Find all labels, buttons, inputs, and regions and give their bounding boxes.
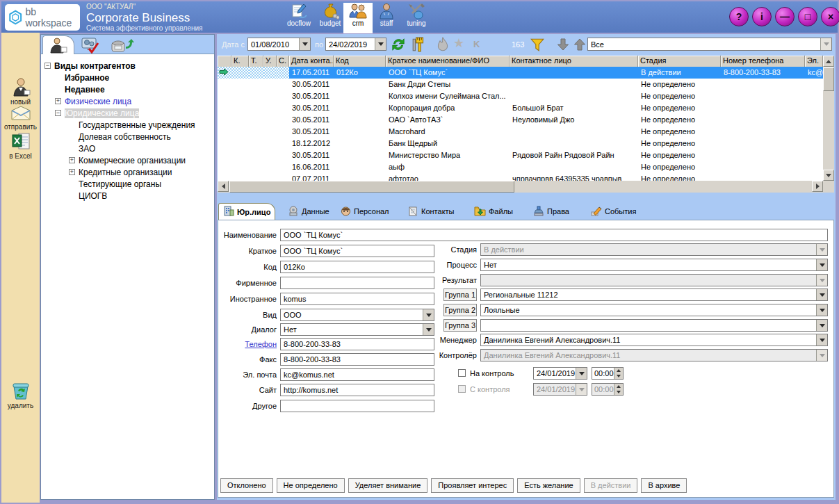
flame-icon[interactable] <box>436 37 450 52</box>
status-button[interactable]: Есть желание <box>517 478 580 493</box>
column-header[interactable]: У. <box>263 56 277 67</box>
table-cell[interactable] <box>218 161 231 173</box>
status-button[interactable]: В архиве <box>641 478 687 493</box>
tree-item[interactable]: ЗАО <box>41 143 214 154</box>
table-cell[interactable] <box>218 138 231 149</box>
table-cell[interactable] <box>249 114 263 126</box>
table-row[interactable]: 30.05.2011Колхоз имени Сулеймана Стал...… <box>218 90 823 102</box>
table-horizontal-scrollbar[interactable] <box>218 181 823 193</box>
table-cell[interactable] <box>231 161 249 173</box>
table-cell[interactable]: 30.05.2011 <box>289 79 334 90</box>
table-cell[interactable]: 012Ко <box>334 67 386 79</box>
column-header[interactable]: С. <box>277 56 289 67</box>
close-button[interactable]: × <box>821 7 839 26</box>
table-cell[interactable] <box>510 126 638 138</box>
table-cell[interactable]: Банк Щедрый <box>386 138 510 149</box>
table-cell[interactable]: Колхоз имени Сулеймана Стал... <box>386 90 510 102</box>
collapse-icon[interactable]: − <box>44 63 51 69</box>
status-button[interactable]: Не определено <box>277 478 345 493</box>
table-cell[interactable]: 30.05.2011 <box>289 90 334 102</box>
column-header[interactable]: Стадия <box>638 56 721 67</box>
info-button[interactable]: i <box>752 7 772 26</box>
module-tuning[interactable]: tuning <box>399 3 434 33</box>
table-cell[interactable] <box>721 173 805 181</box>
table-cell[interactable] <box>805 173 823 181</box>
column-header[interactable]: Номер телефона <box>721 56 805 67</box>
tab-права[interactable]: Права <box>529 203 573 220</box>
column-header[interactable]: Т. <box>249 56 263 67</box>
help-button[interactable]: ? <box>729 7 749 26</box>
module-budget[interactable]: budget <box>316 3 345 33</box>
dropdown-arrow[interactable] <box>576 368 587 379</box>
tree-item-label[interactable]: Кредитные организации <box>79 168 172 177</box>
maximize-button[interactable]: □ <box>798 7 817 26</box>
table-cell[interactable] <box>231 114 249 126</box>
table-cell[interactable] <box>334 173 386 181</box>
table-cell[interactable] <box>218 114 231 126</box>
dropdown-arrow[interactable] <box>816 259 827 270</box>
table-cell[interactable]: 18.12.2012 <box>289 138 334 149</box>
table-cell[interactable] <box>510 79 638 90</box>
table-cell[interactable]: 07.07.2011 <box>289 173 334 181</box>
module-docflow[interactable]: docflow <box>282 3 316 33</box>
table-cell[interactable] <box>231 102 249 114</box>
table-cell[interactable] <box>249 149 263 161</box>
table-cell[interactable] <box>231 138 249 149</box>
field-combo[interactable] <box>480 319 828 332</box>
move-down-icon[interactable] <box>556 38 570 51</box>
column-header[interactable]: Дата конта... <box>289 56 334 67</box>
tree-item[interactable]: −Виды контрагентов <box>41 60 214 72</box>
tab-контакты[interactable]: Контакты <box>403 203 459 220</box>
table-cell[interactable] <box>277 138 289 149</box>
minimize-button[interactable]: — <box>775 7 795 26</box>
table-cell[interactable]: Банк Дяди Степы <box>386 79 510 90</box>
date-from-picker[interactable]: 01/08/2010 <box>247 38 311 51</box>
tab-counterparties[interactable] <box>42 35 74 54</box>
table-cell[interactable]: Не определено <box>638 126 721 138</box>
tree-item-label[interactable]: Недавнее <box>65 85 105 95</box>
spin-up-button[interactable] <box>614 368 623 373</box>
table-row[interactable]: 17.05.2011012КоООО `ТЦ Комус`В действии8… <box>218 67 823 79</box>
tree-item-label[interactable]: Избранное <box>65 73 109 83</box>
date-from-dropdown-arrow[interactable] <box>299 38 310 50</box>
table-cell[interactable]: чпрвачпрвв 64395335 чравпыв <box>510 173 638 181</box>
tree-item[interactable]: Тестирующие органы <box>41 178 214 190</box>
table-cell[interactable] <box>249 90 263 102</box>
table-cell[interactable]: Неуловимый Джо <box>510 114 638 126</box>
table-cell[interactable] <box>805 138 823 149</box>
table-cell[interactable] <box>277 161 289 173</box>
table-cell[interactable]: 16.06.2011 <box>289 161 334 173</box>
tree-item[interactable]: Государственные учреждения <box>41 119 214 131</box>
column-header[interactable]: Эл. <box>805 56 823 67</box>
tree-item-label[interactable]: Долевая собственность <box>79 132 171 142</box>
table-cell[interactable] <box>263 138 277 149</box>
dropdown-arrow[interactable] <box>816 304 827 316</box>
tree-item[interactable]: −Юридические лица <box>41 107 214 119</box>
table-cell[interactable]: 30.05.2011 <box>289 126 334 138</box>
field-input[interactable]: komus <box>280 293 434 305</box>
table-row[interactable]: 16.06.2011аыфНе определено <box>218 161 823 173</box>
table-cell[interactable] <box>249 79 263 90</box>
table-cell[interactable] <box>231 79 249 90</box>
table-cell[interactable] <box>721 90 805 102</box>
star-icon[interactable]: ★ <box>453 35 464 51</box>
table-cell[interactable] <box>231 90 249 102</box>
table-cell[interactable] <box>805 126 823 138</box>
table-cell[interactable]: Министерство Мира <box>386 149 510 161</box>
spin-down-button[interactable] <box>614 373 623 379</box>
table-cell[interactable] <box>277 173 289 181</box>
table-cell[interactable] <box>277 114 289 126</box>
table-cell[interactable]: аыф <box>386 161 510 173</box>
field-input[interactable] <box>280 400 434 412</box>
table-cell[interactable]: 30.05.2011 <box>289 114 334 126</box>
table-cell[interactable] <box>277 67 289 79</box>
refresh-icon[interactable] <box>391 37 406 52</box>
field-combo[interactable]: Данилинка Евгений Александрович.11 <box>480 334 828 346</box>
table-cell[interactable] <box>249 67 263 79</box>
table-cell[interactable] <box>721 126 805 138</box>
column-header[interactable]: К. <box>231 56 249 67</box>
expand-icon[interactable]: + <box>69 157 75 163</box>
tree-item[interactable]: ЦИОГВ <box>41 190 214 202</box>
tree-item[interactable]: +Коммерческие организации <box>41 154 214 166</box>
control-checkbox[interactable] <box>458 369 466 377</box>
